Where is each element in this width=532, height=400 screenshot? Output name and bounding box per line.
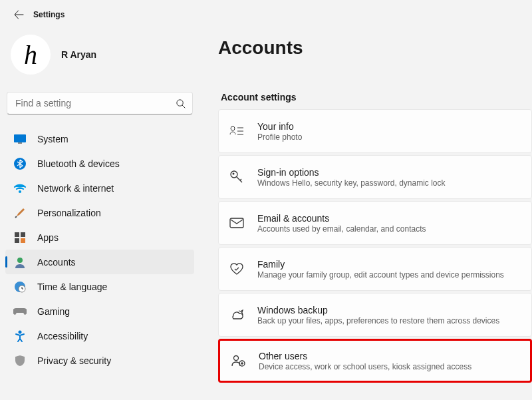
card-title: Your info bbox=[257, 121, 302, 132]
search-icon bbox=[176, 99, 186, 108]
card-subtitle: Manage your family group, edit account t… bbox=[257, 270, 504, 280]
svg-rect-2 bbox=[18, 142, 22, 144]
globe-clock-icon bbox=[13, 280, 27, 294]
search-input[interactable] bbox=[7, 98, 168, 108]
sidebar-item-accounts[interactable]: Accounts bbox=[5, 250, 194, 274]
svg-point-11 bbox=[19, 330, 22, 333]
svg-rect-5 bbox=[21, 232, 25, 237]
your-info-icon bbox=[229, 124, 244, 138]
sidebar-item-label: Time & language bbox=[37, 282, 107, 292]
back-button[interactable] bbox=[5, 1, 32, 28]
profile-block[interactable]: h R Aryan bbox=[5, 29, 194, 80]
svg-rect-15 bbox=[230, 218, 243, 228]
svg-point-0 bbox=[176, 99, 182, 105]
wifi-icon bbox=[13, 182, 27, 195]
card-subtitle: Accounts used by email, calendar, and co… bbox=[257, 224, 426, 234]
sidebar-item-label: Personalization bbox=[37, 208, 101, 218]
key-icon bbox=[229, 170, 244, 184]
card-title: Other users bbox=[259, 351, 471, 361]
sidebar-item-gaming[interactable]: Gaming bbox=[5, 299, 194, 323]
sidebar-item-label: Accessibility bbox=[37, 331, 88, 341]
sidebar-item-label: Accounts bbox=[37, 257, 76, 268]
card-title: Email & accounts bbox=[257, 213, 426, 224]
accounts-icon bbox=[13, 256, 27, 269]
sidebar-item-apps[interactable]: Apps bbox=[5, 225, 194, 250]
card-windows-backup[interactable]: Windows backup Back up your files, apps,… bbox=[218, 293, 532, 337]
card-subtitle: Profile photo bbox=[257, 132, 302, 142]
system-icon bbox=[13, 132, 27, 146]
search-box[interactable] bbox=[7, 92, 193, 114]
accessibility-icon bbox=[13, 329, 27, 343]
arrow-left-icon bbox=[13, 9, 24, 20]
svg-point-8 bbox=[17, 258, 23, 263]
sidebar-item-label: System bbox=[37, 134, 68, 144]
gamepad-icon bbox=[13, 305, 27, 318]
sidebar-item-label: Bluetooth & devices bbox=[37, 158, 120, 169]
search-button[interactable] bbox=[168, 99, 192, 108]
profile-name: R Aryan bbox=[61, 49, 96, 60]
section-header: Account settings bbox=[221, 92, 532, 102]
svg-rect-6 bbox=[15, 238, 19, 243]
sidebar: h R Aryan System Bluetooth & devices bbox=[0, 29, 200, 400]
svg-point-16 bbox=[234, 356, 239, 361]
card-email-accounts[interactable]: Email & accounts Accounts used by email,… bbox=[218, 201, 532, 245]
card-subtitle: Back up your files, apps, preferences to… bbox=[257, 316, 499, 325]
card-your-info[interactable]: Your info Profile photo bbox=[218, 109, 532, 153]
sidebar-item-personalization[interactable]: Personalization bbox=[5, 200, 194, 225]
backup-icon bbox=[229, 307, 244, 322]
svg-rect-1 bbox=[14, 134, 26, 142]
sidebar-item-privacy[interactable]: Privacy & security bbox=[5, 348, 194, 373]
card-other-users[interactable]: Other users Device access, work or schoo… bbox=[218, 339, 532, 383]
svg-point-14 bbox=[233, 173, 235, 175]
svg-rect-7 bbox=[21, 238, 25, 243]
shield-icon bbox=[13, 354, 27, 367]
sidebar-item-system[interactable]: System bbox=[5, 126, 194, 151]
svg-rect-4 bbox=[15, 232, 19, 237]
svg-point-12 bbox=[231, 126, 235, 130]
card-title: Sign-in options bbox=[257, 167, 446, 178]
bluetooth-icon bbox=[13, 157, 27, 170]
card-signin-options[interactable]: Sign-in options Windows Hello, security … bbox=[218, 155, 532, 199]
apps-icon bbox=[13, 231, 27, 244]
sidebar-item-time-language[interactable]: Time & language bbox=[5, 274, 194, 299]
paintbrush-icon bbox=[13, 206, 27, 220]
card-subtitle: Windows Hello, security key, password, d… bbox=[257, 178, 446, 188]
sidebar-item-bluetooth[interactable]: Bluetooth & devices bbox=[5, 151, 194, 176]
card-list: Your info Profile photo Sign-in options … bbox=[218, 109, 532, 383]
main-content: Accounts Account settings Your info Prof… bbox=[200, 29, 532, 400]
sidebar-item-network[interactable]: Network & internet bbox=[5, 176, 194, 200]
card-title: Windows backup bbox=[257, 305, 499, 315]
mail-icon bbox=[229, 216, 244, 230]
sidebar-item-label: Gaming bbox=[37, 306, 70, 317]
sidebar-item-accessibility[interactable]: Accessibility bbox=[5, 323, 194, 348]
other-users-icon bbox=[231, 353, 245, 368]
family-icon bbox=[229, 262, 244, 276]
sidebar-item-label: Privacy & security bbox=[37, 355, 111, 366]
card-title: Family bbox=[257, 259, 504, 270]
sidebar-item-label: Network & internet bbox=[37, 183, 114, 194]
sidebar-item-label: Apps bbox=[37, 232, 59, 243]
page-title: Accounts bbox=[218, 37, 532, 59]
titlebar: Settings bbox=[0, 0, 532, 29]
titlebar-title: Settings bbox=[33, 10, 65, 19]
nav-list: System Bluetooth & devices Network & int… bbox=[5, 126, 194, 373]
card-family[interactable]: Family Manage your family group, edit ac… bbox=[218, 247, 532, 291]
card-subtitle: Device access, work or school users, kio… bbox=[259, 362, 471, 371]
avatar: h bbox=[11, 35, 51, 75]
